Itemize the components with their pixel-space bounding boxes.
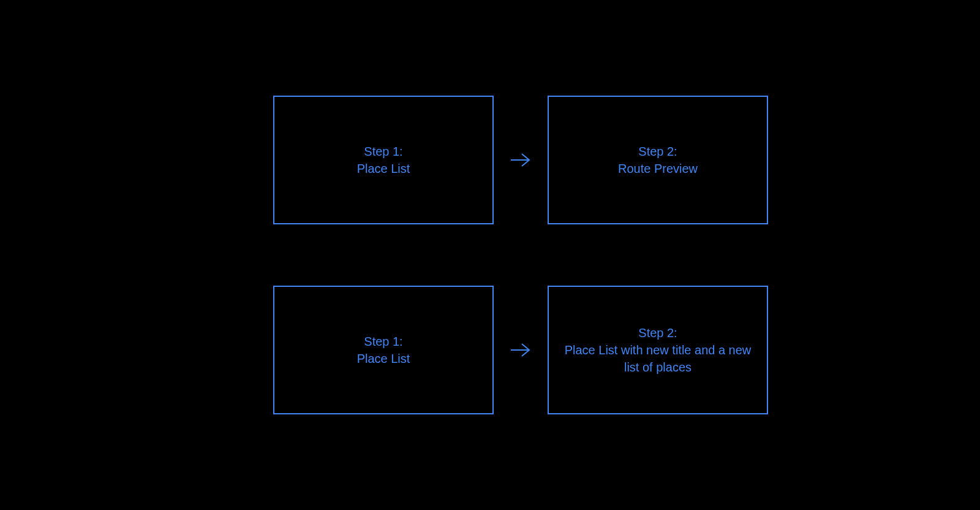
step-body: Place List (357, 160, 410, 177)
step-text: Step 1: Place List (357, 333, 410, 367)
flow-row-2: Step 1: Place List Step 2: Place List wi… (273, 286, 768, 414)
step-box-1-1: Step 1: Place List (273, 96, 494, 224)
arrow-right-icon (508, 341, 533, 359)
step-title: Step 1: (357, 333, 410, 350)
step-text: Step 1: Place List (357, 143, 410, 177)
flow-row-1: Step 1: Place List Step 2: Route Preview (273, 96, 768, 224)
step-title: Step 1: (357, 143, 410, 160)
step-box-2-1: Step 1: Place List (273, 286, 494, 414)
arrow-right-icon (508, 151, 533, 169)
step-body: Place List with new title and a new list… (561, 341, 755, 376)
step-body: Route Preview (618, 160, 698, 177)
step-title: Step 2: (618, 143, 698, 160)
step-title: Step 2: (561, 324, 755, 341)
step-box-1-2: Step 2: Route Preview (548, 96, 768, 224)
step-box-2-2: Step 2: Place List with new title and a … (548, 286, 768, 414)
step-text: Step 2: Route Preview (618, 143, 698, 177)
step-text: Step 2: Place List with new title and a … (561, 324, 755, 376)
step-body: Place List (357, 350, 410, 367)
